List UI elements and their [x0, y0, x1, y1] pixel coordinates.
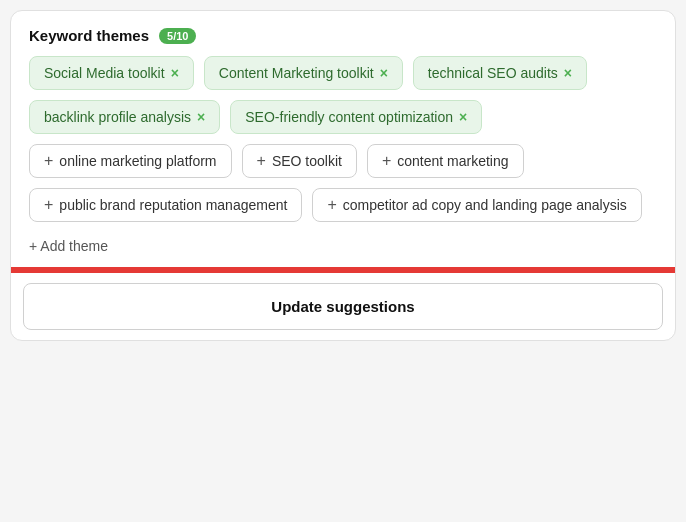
selected-tag-seo-friendly-content-optimization[interactable]: SEO-friendly content optimization× [230, 100, 482, 134]
suggestion-tag-online-marketing-platform[interactable]: +online marketing platform [29, 144, 232, 178]
keyword-themes-panel: Keyword themes 5/10 Social Media toolkit… [10, 10, 676, 341]
update-button-wrapper: Update suggestions [11, 270, 675, 340]
selected-tag-content-marketing-toolkit[interactable]: Content Marketing toolkit× [204, 56, 403, 90]
add-theme-link[interactable]: + Add theme [11, 238, 675, 270]
tag-label: SEO-friendly content optimization [245, 109, 453, 125]
suggestion-tag-competitor-ad-copy-and-landing-page-analysis[interactable]: +competitor ad copy and landing page ana… [312, 188, 641, 222]
tag-label: SEO toolkit [272, 153, 342, 169]
add-tag-icon: + [382, 153, 391, 169]
tag-label: online marketing platform [59, 153, 216, 169]
suggestion-tag-seo-toolkit[interactable]: +SEO toolkit [242, 144, 357, 178]
remove-tag-icon[interactable]: × [564, 66, 572, 80]
tag-label: competitor ad copy and landing page anal… [343, 197, 627, 213]
suggestion-tag-public-brand-reputation-management[interactable]: +public brand reputation management [29, 188, 302, 222]
selected-tag-social-media-toolkit[interactable]: Social Media toolkit× [29, 56, 194, 90]
add-tag-icon: + [44, 197, 53, 213]
tag-label: Content Marketing toolkit [219, 65, 374, 81]
tag-label: technical SEO audits [428, 65, 558, 81]
remove-tag-icon[interactable]: × [459, 110, 467, 124]
tags-container: Social Media toolkit×Content Marketing t… [11, 56, 675, 238]
tag-label: backlink profile analysis [44, 109, 191, 125]
selected-tag-technical-seo-audits[interactable]: technical SEO audits× [413, 56, 587, 90]
suggestion-tag-content-marketing[interactable]: +content marketing [367, 144, 524, 178]
remove-tag-icon[interactable]: × [197, 110, 205, 124]
tag-label: Social Media toolkit [44, 65, 165, 81]
add-tag-icon: + [327, 197, 336, 213]
add-tag-icon: + [257, 153, 266, 169]
selected-tag-backlink-profile-analysis[interactable]: backlink profile analysis× [29, 100, 220, 134]
update-suggestions-button[interactable]: Update suggestions [23, 283, 663, 330]
tag-label: public brand reputation management [59, 197, 287, 213]
count-badge: 5/10 [159, 28, 196, 44]
remove-tag-icon[interactable]: × [171, 66, 179, 80]
panel-title: Keyword themes [29, 27, 149, 44]
panel-header: Keyword themes 5/10 [11, 11, 675, 56]
remove-tag-icon[interactable]: × [380, 66, 388, 80]
add-tag-icon: + [44, 153, 53, 169]
tag-label: content marketing [397, 153, 508, 169]
